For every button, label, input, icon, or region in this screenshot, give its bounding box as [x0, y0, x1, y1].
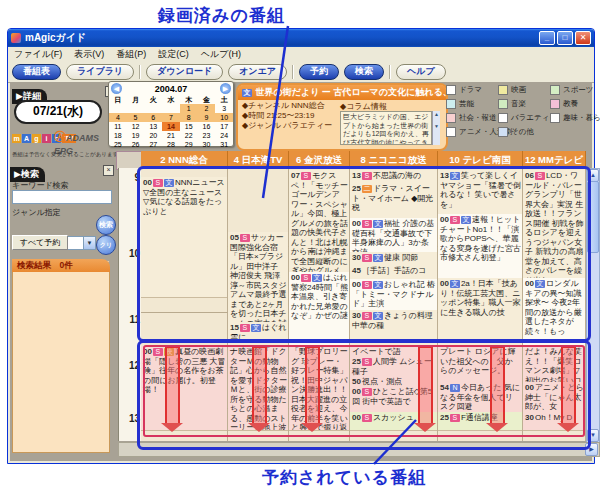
- program-cell[interactable]: 00S文NNNニュース ▽全国の主なニュース ▽気になる話題をたっぷりと: [141, 177, 227, 298]
- legend-color-box[interactable]: [446, 85, 456, 95]
- menu-item[interactable]: 設定(C): [158, 48, 189, 61]
- calendar-day[interactable]: 28: [162, 140, 180, 149]
- calendar-day[interactable]: 22: [180, 131, 198, 140]
- grid-vscrollbar[interactable]: ▲ ▼: [586, 168, 600, 443]
- calendar-day[interactable]: 26: [127, 140, 145, 149]
- program-cell[interactable]: 07Sモクスペ！「モッチーゴールデンアワー・スペシャル」今回、極上グルメの旅を話…: [289, 170, 349, 273]
- calendar-day[interactable]: 9: [198, 113, 216, 122]
- info-scrollbar[interactable]: ▲▼: [432, 111, 440, 145]
- calendar-day[interactable]: [109, 104, 127, 113]
- calendar-day[interactable]: 16: [198, 122, 216, 131]
- calendar-day[interactable]: 10: [215, 113, 233, 122]
- calendar-day[interactable]: 5: [127, 113, 145, 122]
- calendar-day[interactable]: 12: [127, 122, 145, 131]
- calendar-day[interactable]: 18: [109, 131, 127, 140]
- calendar-day[interactable]: 8: [180, 113, 198, 122]
- program-cell[interactable]: 00文2a！日本「技あり！伝統工芸大国、ニッポン特集」職人一家に生きる職人の技: [438, 278, 522, 347]
- toolbar-button[interactable]: ヘルプ: [396, 64, 446, 80]
- program-cell[interactable]: 13S不思議の海の: [350, 170, 437, 184]
- calendar-day[interactable]: 11: [109, 122, 127, 131]
- calendar-day[interactable]: 20: [144, 131, 162, 140]
- scroll-right-icon[interactable]: ▶: [585, 443, 598, 456]
- calendar-day[interactable]: 23: [198, 131, 216, 140]
- title-bar[interactable]: mAgicガイド _ □ ✕: [8, 29, 594, 47]
- legend-color-box[interactable]: [550, 85, 560, 95]
- date-display[interactable]: 07/21(水): [14, 100, 102, 124]
- toolbar-button[interactable]: ライブラリ: [66, 64, 134, 80]
- chevron-down-icon[interactable]: ▼: [83, 237, 95, 249]
- calendar-prev-icon[interactable]: ◀: [111, 83, 122, 94]
- calendar-day[interactable]: 6: [144, 113, 162, 122]
- program-cell[interactable]: 30S文健康 関節: [350, 252, 437, 266]
- program-cell[interactable]: 00S文速報！ヒットチャートNo1！！「演歌からPOPSへ、華麗なる変身を遂げた…: [438, 214, 522, 279]
- calendar-next-icon[interactable]: ▶: [220, 83, 231, 94]
- grid-hscrollbar[interactable]: ▶: [118, 442, 600, 457]
- calendar-day[interactable]: [162, 104, 180, 113]
- program-cell[interactable]: 15S文はぐれ雲に: [228, 322, 288, 347]
- calendar-day[interactable]: 19: [127, 131, 145, 140]
- channel-header[interactable]: 6 金沢放送: [289, 151, 350, 168]
- calendar-day[interactable]: 25: [109, 140, 127, 149]
- calendar-day[interactable]: 21: [162, 131, 180, 140]
- calendar-day[interactable]: 7: [162, 113, 180, 122]
- program-cell[interactable]: 00S映真昼の映画劇場「隠し砦の三悪 大冒険」往年の名作をお茶の間にお届け。初登…: [141, 346, 227, 431]
- toolbar-button[interactable]: 検索: [344, 64, 384, 80]
- program-cell[interactable]: 25SF通信講座: [438, 412, 522, 431]
- menu-item[interactable]: ヘルプ(H): [201, 48, 241, 61]
- legend-color-box[interactable]: [550, 113, 560, 123]
- calendar-day[interactable]: [144, 104, 162, 113]
- reserve-all-button[interactable]: すべて予約: [12, 235, 68, 250]
- channel-header[interactable]: 10 テレビ南国: [438, 151, 523, 168]
- calendar-day[interactable]: 13: [144, 122, 162, 131]
- program-cell[interactable]: 54N今日あった 気になる年金を個人でリスク回避: [438, 382, 522, 413]
- minimize-button[interactable]: _: [539, 31, 555, 45]
- program-cell[interactable]: 13文笑って楽しくイヤマショー「猛暑で倒れるな！ 笑いで暑さを」: [438, 170, 522, 215]
- close-button[interactable]: ✕: [575, 31, 591, 45]
- program-cell[interactable]: 30S文きょうの料理 中華の種: [350, 310, 437, 347]
- menu-item[interactable]: ファイル(F): [14, 48, 62, 61]
- program-cell[interactable]: 25二ドラマ・スイート・マイホーム ◆開光税: [350, 183, 437, 219]
- calendar-day[interactable]: 31: [215, 140, 233, 149]
- calendar-day[interactable]: 17: [215, 122, 233, 131]
- calendar-day[interactable]: 14: [162, 122, 180, 131]
- toolbar-button[interactable]: オンエア: [228, 64, 287, 80]
- program-cell[interactable]: 45［手話］手話のコ: [350, 265, 437, 280]
- program-cell[interactable]: プレート ロシアに輝いた祖父への、父からのメッセージ。: [438, 346, 522, 383]
- toolbar-button[interactable]: 予約: [299, 64, 339, 80]
- search-close-icon[interactable]: ×: [103, 165, 114, 176]
- calendar-day[interactable]: 27: [144, 140, 162, 149]
- calendar-day[interactable]: 4: [109, 113, 127, 122]
- calendar-day[interactable]: 2: [198, 104, 216, 113]
- channel-header[interactable]: 12 MMテレビ: [523, 151, 586, 168]
- program-cell[interactable]: 00S文おしゃれ記 椿「トミー・マクドナルド」主演: [350, 279, 437, 311]
- calendar-day[interactable]: 24: [215, 131, 233, 140]
- program-cell[interactable]: 00文ロンダルキアの異〜知識探求〜 今夜2年間の放送から厳選したネタが続々！もっ: [523, 278, 585, 347]
- program-cell[interactable]: 00S文はぶれ警察24時間「熊本温泉、引き寄かれた兄弟愛のなぞ」かぜの謎: [289, 272, 349, 347]
- keyword-input[interactable]: [12, 190, 112, 204]
- legend-color-box[interactable]: [498, 127, 508, 137]
- calendar-day[interactable]: 3: [215, 104, 233, 113]
- channel-header[interactable]: 8 ニコニコ放送: [350, 151, 438, 168]
- channel-header[interactable]: 2 NNN総合: [141, 151, 228, 168]
- search-button[interactable]: 検索: [96, 215, 116, 235]
- calendar-day[interactable]: 15: [180, 122, 198, 131]
- menu-item[interactable]: 表示(V): [74, 48, 104, 61]
- legend-color-box[interactable]: [498, 113, 508, 123]
- toolbar-button[interactable]: ダウンロード: [146, 64, 223, 80]
- menu-item[interactable]: 番組(P): [116, 48, 146, 61]
- toolbar-button[interactable]: 番組表: [12, 64, 61, 80]
- program-cell[interactable]: 06SLCD・ワールド・バレーグランプリ「世界大会」実況 生放送！！フランス開催…: [523, 170, 585, 279]
- legend-color-box[interactable]: [498, 85, 508, 95]
- legend-color-box[interactable]: [550, 99, 560, 109]
- scroll-down-icon[interactable]: ▼: [587, 429, 599, 442]
- calendar-day[interactable]: 30: [198, 140, 216, 149]
- calendar-day[interactable]: 1: [180, 104, 198, 113]
- vscroll-thumb[interactable]: [587, 181, 599, 253]
- legend-color-box[interactable]: [446, 127, 456, 137]
- program-cell[interactable]: 00S文福祉 介護の基礎百科「交通事故で下半身麻痺の人」3か条交流: [350, 218, 437, 253]
- calendar-day[interactable]: 29: [180, 140, 198, 149]
- channel-header[interactable]: 4 日本海TV: [228, 151, 289, 168]
- legend-color-box[interactable]: [446, 99, 456, 109]
- legend-color-box[interactable]: [498, 99, 508, 109]
- maximize-button[interactable]: □: [557, 31, 573, 45]
